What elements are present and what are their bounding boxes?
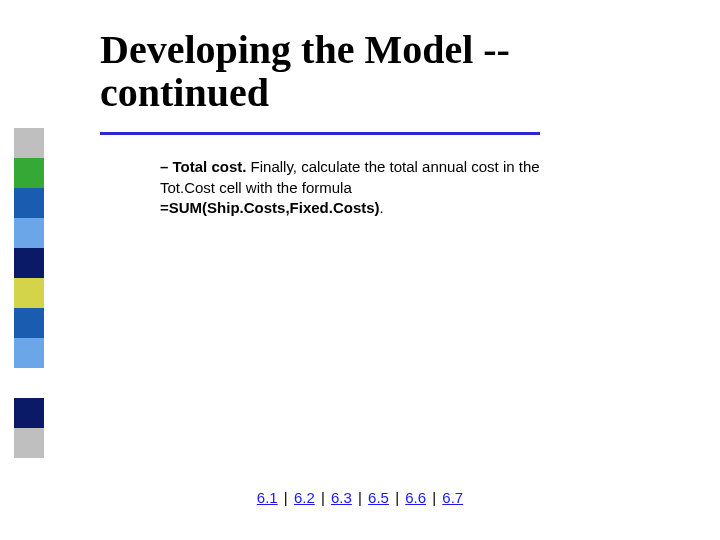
link-separator: | bbox=[389, 489, 405, 506]
link-separator: | bbox=[426, 489, 442, 506]
bullet-formula: =SUM(Ship.Costs,Fixed.Costs) bbox=[160, 199, 380, 216]
section-link[interactable]: 6.3 bbox=[331, 489, 352, 506]
sidebar-square bbox=[14, 308, 44, 338]
section-link[interactable]: 6.7 bbox=[442, 489, 463, 506]
bullet-tail: . bbox=[380, 199, 384, 216]
sidebar-square bbox=[14, 158, 44, 188]
bullet-rest1: Finally, calculate the total annual cost… bbox=[246, 158, 539, 175]
link-separator: | bbox=[278, 489, 294, 506]
link-separator: | bbox=[315, 489, 331, 506]
sidebar-square bbox=[14, 368, 44, 398]
section-link[interactable]: 6.2 bbox=[294, 489, 315, 506]
bullet-lead: – Total cost. bbox=[160, 158, 246, 175]
section-link[interactable]: 6.1 bbox=[257, 489, 278, 506]
sidebar-square bbox=[14, 278, 44, 308]
sidebar-square bbox=[14, 428, 44, 458]
sidebar-square bbox=[14, 188, 44, 218]
link-separator: | bbox=[352, 489, 368, 506]
section-link[interactable]: 6.5 bbox=[368, 489, 389, 506]
title-underline bbox=[100, 132, 540, 135]
bullet-line2: Tot.Cost cell with the formula bbox=[160, 179, 352, 196]
slide-content: Developing the Model -- continued – Tota… bbox=[100, 28, 680, 218]
sidebar-square bbox=[14, 248, 44, 278]
section-link[interactable]: 6.6 bbox=[405, 489, 426, 506]
section-links: 6.1 | 6.2 | 6.3 | 6.5 | 6.6 | 6.7 bbox=[0, 489, 720, 506]
slide-title: Developing the Model -- continued bbox=[100, 28, 680, 114]
sidebar-square bbox=[14, 398, 44, 428]
sidebar-square bbox=[14, 338, 44, 368]
sidebar-square bbox=[14, 128, 44, 158]
sidebar-square bbox=[14, 218, 44, 248]
bullet-item: – Total cost. Finally, calculate the tot… bbox=[160, 157, 640, 218]
